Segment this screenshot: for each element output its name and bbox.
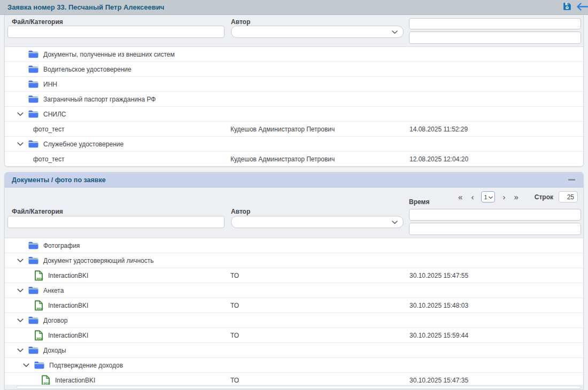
tree-folder-row[interactable]: Фотография [5,238,583,253]
author-cell: ТО [230,272,409,279]
chevron-down-icon[interactable] [12,318,28,323]
name-cell: PDFInteractionBKI [5,270,230,281]
row-label: Доходы [43,347,66,354]
row-label: Водительское удостоверение [43,66,131,73]
tree-folder-row[interactable]: Водительское удостоверение [5,62,583,77]
tree-folder-row[interactable]: Подтверждение доходов [5,358,583,373]
floppy-disk-icon [563,2,571,12]
chevron-down-icon [392,28,398,36]
tree-file-row[interactable]: фото_тестКудешов Администратор Петрович1… [5,152,583,167]
row-label: фото_тест [33,155,65,163]
chevron-down-icon[interactable] [12,142,28,146]
folder-icon [28,256,38,264]
time-cell: 30.10.2025 15:47:55 [409,272,583,279]
pdf-file-icon: PDF [34,300,43,311]
page-select[interactable]: 1 [481,191,495,202]
tree-folder-row[interactable]: ИНН [5,77,583,92]
folder-icon [28,95,38,103]
time-to-filter-input[interactable] [409,32,581,44]
time-cell: 14.08.2025 11:52:29 [409,126,583,133]
folder-icon [28,140,38,148]
tree-folder-row[interactable]: СНИЛС [5,107,583,122]
name-cell: Анкета [5,286,230,294]
rows-per-page-label: Строк [535,193,553,201]
row-label: СНИЛС [43,111,66,118]
tree-file-row[interactable]: PDFInteractionBKIТО30.10.2025 15:48:03 [5,298,583,313]
name-cell: PDFInteractionBKI [5,375,230,386]
row-label: Анкета [43,287,64,294]
author-filter-select[interactable] [231,216,404,228]
horizontal-scrollbar-track [5,385,583,389]
author-cell: Кудешов Администратор Петрович [230,155,409,163]
name-cell: Фотография [5,241,230,249]
panel-application-documents: Файл/Категория Автор Документы, полученн… [4,15,584,167]
tree-file-row[interactable]: PDFInteractionBKIТО30.10.2025 15:47:55 [5,268,583,283]
tree-file-row[interactable]: PDFInteractionBKIТО30.10.2025 15:59:44 [5,328,583,343]
horizontal-scrollbar[interactable] [17,386,581,389]
tree-folder-row[interactable]: Анкета [5,283,583,298]
time-from-filter-input[interactable] [409,209,581,221]
window-title-bar: Заявка номер 33. Песчаный Петр Алексееви… [0,0,588,15]
tree-folder-row[interactable]: Служебное удостоверение [5,137,583,152]
row-label: Фотография [43,242,80,249]
name-cell: Заграничный паспорт гражданина РФ [5,95,230,103]
time-from-filter-input[interactable] [409,18,581,29]
pdf-file-icon: PDF [41,375,50,386]
name-cell: PDFInteractionBKI [5,330,230,341]
collapse-section-button[interactable] [566,175,577,185]
name-cell: Документ удостоверяющий личность [5,256,230,264]
last-page-button[interactable]: » [509,192,522,202]
tree-folder-row[interactable]: Документы, полученные из внешних систем [5,47,583,62]
tree-file-row[interactable]: фото_тестКудешов Администратор Петрович1… [5,122,583,137]
row-label: Служебное удостоверение [43,141,123,148]
folder-icon [28,50,38,58]
folder-icon [28,286,38,294]
name-cell: СНИЛС [5,110,230,118]
pagination: « ‹ 1 › » Строк [454,191,578,202]
folder-icon [34,361,44,369]
row-label: Заграничный паспорт гражданина РФ [43,96,156,103]
panel-title: Документы / фото по заявке [12,176,566,184]
next-page-button[interactable]: › [498,192,509,202]
name-cell: Доходы [5,346,230,354]
file-category-filter-input[interactable] [7,216,225,228]
chevron-down-icon[interactable] [18,363,34,368]
row-label: Документ удостоверяющий личность [43,257,153,264]
name-cell: Служебное удостоверение [5,140,230,148]
row-label: InteractionBKI [48,332,88,339]
row-label: Договор [43,317,67,324]
prev-page-button[interactable]: ‹ [467,192,478,202]
file-category-label: Файл/Категория [12,208,63,215]
folder-icon [28,241,38,249]
author-label: Автор [231,18,250,26]
rows-per-page-input[interactable] [559,191,578,202]
tree-folder-row[interactable]: Документ удостоверяющий личность [5,253,583,268]
chevron-down-icon[interactable] [12,348,28,353]
panel-documents-photos: Документы / фото по заявке « ‹ 1 › » Стр… [4,172,584,390]
chevron-down-icon [392,219,398,226]
tree-folder-row[interactable]: Договор [5,313,583,328]
file-category-filter-input[interactable] [7,26,225,38]
tree-folder-row[interactable]: Доходы [5,343,583,358]
collapse-panel-button[interactable] [576,2,588,13]
row-label: Документы, полученные из внешних систем [43,51,175,58]
time-cell: 30.10.2025 15:59:44 [409,332,583,339]
first-page-button[interactable]: « [454,192,467,202]
save-button[interactable] [561,2,573,13]
author-cell: Кудешов Администратор Петрович [230,126,409,133]
name-cell: Договор [5,316,230,324]
panel-documents-photos-header: Документы / фото по заявке [5,173,583,188]
author-label: Автор [231,208,250,215]
folder-icon [28,316,38,324]
author-cell: ТО [230,377,409,384]
row-label: InteractionBKI [48,272,88,279]
chevron-down-icon[interactable] [12,259,28,263]
time-to-filter-input[interactable] [409,223,581,235]
svg-text:PDF: PDF [36,336,43,340]
row-label: InteractionBKI [55,377,95,384]
chevron-down-icon[interactable] [12,288,28,293]
time-cell: 30.10.2025 15:48:03 [409,302,583,309]
tree-folder-row[interactable]: Заграничный паспорт гражданина РФ [5,92,583,107]
chevron-down-icon[interactable] [12,112,28,116]
author-filter-select[interactable] [231,26,404,38]
